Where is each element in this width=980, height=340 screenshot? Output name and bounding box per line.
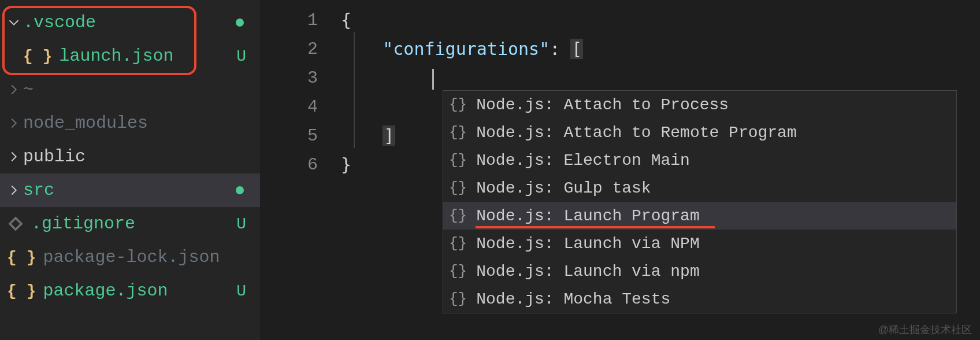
folder-label: ~ xyxy=(23,80,34,99)
folder-label: .vscode xyxy=(23,13,96,32)
json-file-icon: { } xyxy=(7,282,36,300)
file-label: package-lock.json xyxy=(43,247,220,267)
snippet-icon: {} xyxy=(449,96,467,113)
code-line-1: { xyxy=(341,6,980,35)
untracked-badge: U xyxy=(236,47,246,65)
snippet-icon: {} xyxy=(449,179,467,197)
json-file-icon: { } xyxy=(7,249,36,267)
chevron-right-icon xyxy=(7,150,21,164)
suggest-item-attach-process[interactable]: {} Node.js: Attach to Process xyxy=(443,91,956,119)
line-number: 5 xyxy=(260,121,318,150)
snippet-icon: {} xyxy=(449,207,467,224)
file-explorer-sidebar: .vscode { } launch.json U ~ node_modules… xyxy=(0,0,260,340)
modified-dot-icon xyxy=(236,19,244,27)
suggest-label: Node.js: Attach to Process xyxy=(476,96,729,114)
file-package-lock-json[interactable]: { } package-lock.json xyxy=(0,241,260,274)
code-line-2: "configurations": [ xyxy=(341,35,980,64)
chevron-right-icon xyxy=(7,183,21,197)
file-gitignore[interactable]: .gitignore U xyxy=(0,207,260,241)
line-number: 2 xyxy=(260,35,318,64)
folder-vscode[interactable]: .vscode xyxy=(0,6,260,39)
snippet-icon: {} xyxy=(449,263,467,280)
folder-label: node_modules xyxy=(23,113,148,133)
suggest-label: Node.js: Launch via NPM xyxy=(476,235,699,253)
line-number: 3 xyxy=(260,64,318,93)
modified-dot-icon xyxy=(236,186,244,194)
folder-tilde[interactable]: ~ xyxy=(0,73,260,106)
code-line-3 xyxy=(341,64,980,93)
file-label: .gitignore xyxy=(31,214,135,234)
file-label: package.json xyxy=(43,281,168,301)
folder-label: public xyxy=(23,147,86,167)
suggest-item-electron-main[interactable]: {} Node.js: Electron Main xyxy=(443,146,956,174)
chevron-right-icon xyxy=(7,116,21,130)
code-content[interactable]: { "configurations": [ ] } {} Node.js: At… xyxy=(341,0,980,340)
line-number: 4 xyxy=(260,93,318,121)
suggest-label: Node.js: Launch via npm xyxy=(476,263,699,280)
watermark-text: @稀土掘金技术社区 xyxy=(878,323,972,337)
suggest-item-launch-program[interactable]: {} Node.js: Launch Program xyxy=(443,202,956,230)
chevron-right-icon xyxy=(7,83,21,97)
suggest-item-attach-remote[interactable]: {} Node.js: Attach to Remote Program xyxy=(443,119,956,146)
folder-label: src xyxy=(23,180,54,200)
suggest-item-mocha-tests[interactable]: {} Node.js: Mocha Tests xyxy=(443,285,956,313)
snippet-icon: {} xyxy=(449,235,467,252)
file-package-json[interactable]: { } package.json U xyxy=(0,274,260,308)
file-launch-json[interactable]: { } launch.json U xyxy=(0,39,260,73)
git-file-icon xyxy=(7,215,24,232)
snippet-icon: {} xyxy=(449,151,467,169)
line-number: 1 xyxy=(260,6,318,35)
snippet-icon: {} xyxy=(449,124,467,141)
folder-src[interactable]: src xyxy=(0,173,260,207)
untracked-badge: U xyxy=(236,282,246,300)
text-cursor xyxy=(432,69,434,90)
folder-node-modules[interactable]: node_modules xyxy=(0,106,260,140)
suggest-item-launch-npm-upper[interactable]: {} Node.js: Launch via NPM xyxy=(443,230,956,257)
snippet-icon: {} xyxy=(449,290,467,308)
intellisense-popup: {} Node.js: Attach to Process {} Node.js… xyxy=(443,90,957,313)
suggest-label: Node.js: Gulp task xyxy=(476,179,651,197)
suggest-label: Node.js: Launch Program xyxy=(476,207,699,225)
suggest-label: Node.js: Electron Main xyxy=(476,151,690,169)
untracked-badge: U xyxy=(236,215,246,233)
code-editor[interactable]: 1 2 3 4 5 6 { "configurations": [ ] } {}… xyxy=(260,0,980,340)
suggest-label: Node.js: Mocha Tests xyxy=(476,290,670,308)
line-number-gutter: 1 2 3 4 5 6 xyxy=(260,0,341,340)
line-number: 6 xyxy=(260,150,318,179)
chevron-down-icon xyxy=(7,16,21,29)
suggest-item-launch-npm-lower[interactable]: {} Node.js: Launch via npm xyxy=(443,257,956,285)
annotation-underline xyxy=(476,226,715,228)
suggest-label: Node.js: Attach to Remote Program xyxy=(476,124,797,142)
file-label: launch.json xyxy=(59,46,173,66)
folder-public[interactable]: public xyxy=(0,140,260,173)
json-file-icon: { } xyxy=(23,47,52,65)
indent-guide xyxy=(354,32,355,148)
svg-point-0 xyxy=(14,223,17,226)
suggest-item-gulp-task[interactable]: {} Node.js: Gulp task xyxy=(443,174,956,202)
